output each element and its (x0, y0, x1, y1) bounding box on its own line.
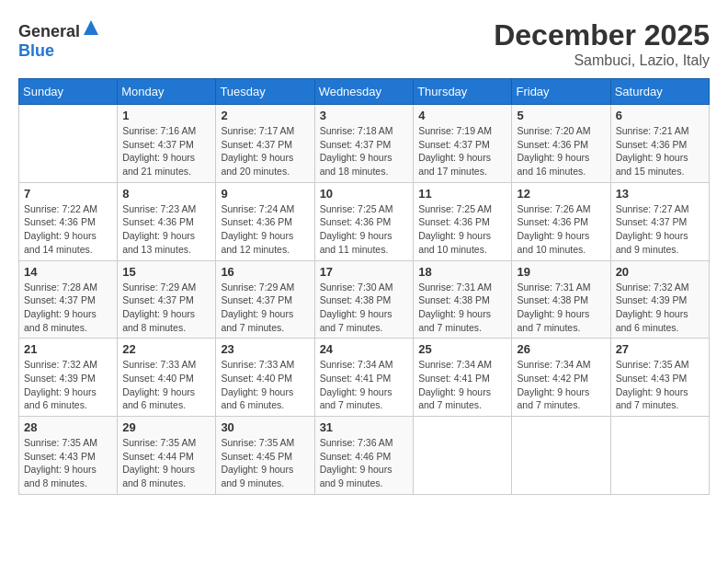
day-number: 20 (616, 265, 704, 279)
calendar-day-cell (19, 105, 118, 183)
day-info: Sunrise: 7:34 AMSunset: 4:41 PMDaylight:… (418, 358, 506, 412)
day-info: Sunrise: 7:25 AMSunset: 4:36 PMDaylight:… (320, 202, 409, 257)
day-number: 12 (517, 187, 605, 201)
day-number: 29 (122, 420, 210, 434)
day-info: Sunrise: 7:33 AMSunset: 4:40 PMDaylight:… (122, 358, 210, 412)
calendar-day-cell: 2Sunrise: 7:17 AMSunset: 4:37 PMDaylight… (216, 105, 314, 183)
day-info: Sunrise: 7:17 AMSunset: 4:37 PMDaylight:… (221, 124, 309, 178)
svg-marker-0 (84, 20, 98, 35)
calendar-header-row: SundayMondayTuesdayWednesdayThursdayFrid… (19, 79, 710, 105)
day-number: 24 (320, 342, 409, 356)
calendar-day-cell: 3Sunrise: 7:18 AMSunset: 4:37 PMDaylight… (314, 105, 414, 183)
day-info: Sunrise: 7:22 AMSunset: 4:36 PMDaylight:… (24, 202, 112, 257)
logo-icon (82, 18, 100, 37)
calendar-day-cell: 4Sunrise: 7:19 AMSunset: 4:37 PMDaylight… (414, 105, 512, 183)
day-info: Sunrise: 7:33 AMSunset: 4:40 PMDaylight:… (221, 358, 309, 412)
calendar-day-cell (414, 417, 512, 495)
day-number: 11 (418, 187, 506, 201)
calendar-day-cell: 18Sunrise: 7:31 AMSunset: 4:38 PMDayligh… (414, 260, 512, 339)
calendar-day-cell: 5Sunrise: 7:20 AMSunset: 4:36 PMDaylight… (512, 105, 610, 183)
logo-blue-text: Blue (18, 41, 54, 60)
day-info: Sunrise: 7:30 AMSunset: 4:38 PMDaylight:… (320, 281, 409, 335)
weekday-header-cell: Thursday (414, 79, 512, 105)
day-info: Sunrise: 7:16 AMSunset: 4:37 PMDaylight:… (122, 124, 210, 178)
calendar-day-cell: 7Sunrise: 7:22 AMSunset: 4:36 PMDaylight… (19, 182, 118, 260)
calendar-day-cell: 30Sunrise: 7:35 AMSunset: 4:45 PMDayligh… (216, 417, 314, 495)
calendar-week-row: 14Sunrise: 7:28 AMSunset: 4:37 PMDayligh… (19, 260, 710, 339)
calendar-day-cell: 28Sunrise: 7:35 AMSunset: 4:43 PMDayligh… (19, 417, 118, 495)
day-info: Sunrise: 7:24 AMSunset: 4:36 PMDaylight:… (221, 202, 309, 257)
calendar-day-cell: 12Sunrise: 7:26 AMSunset: 4:36 PMDayligh… (512, 182, 610, 260)
day-number: 1 (122, 109, 210, 122)
calendar-week-row: 7Sunrise: 7:22 AMSunset: 4:36 PMDaylight… (19, 182, 710, 260)
day-info: Sunrise: 7:32 AMSunset: 4:39 PMDaylight:… (24, 358, 112, 412)
weekday-header-cell: Friday (512, 79, 610, 105)
day-number: 30 (221, 420, 309, 434)
calendar-day-cell: 16Sunrise: 7:29 AMSunset: 4:37 PMDayligh… (216, 260, 314, 339)
day-number: 3 (320, 109, 409, 122)
day-info: Sunrise: 7:32 AMSunset: 4:39 PMDaylight:… (616, 281, 704, 335)
day-number: 17 (320, 265, 409, 279)
day-number: 23 (221, 342, 309, 356)
day-info: Sunrise: 7:35 AMSunset: 4:45 PMDaylight:… (221, 436, 309, 490)
weekday-header-cell: Monday (118, 79, 216, 105)
calendar-day-cell: 19Sunrise: 7:31 AMSunset: 4:38 PMDayligh… (512, 260, 610, 339)
calendar-day-cell: 21Sunrise: 7:32 AMSunset: 4:39 PMDayligh… (19, 339, 118, 417)
day-number: 4 (418, 109, 506, 122)
calendar-day-cell: 1Sunrise: 7:16 AMSunset: 4:37 PMDaylight… (118, 105, 216, 183)
day-info: Sunrise: 7:29 AMSunset: 4:37 PMDaylight:… (122, 281, 210, 335)
day-info: Sunrise: 7:18 AMSunset: 4:37 PMDaylight:… (320, 124, 409, 178)
day-number: 7 (24, 187, 112, 201)
calendar-day-cell: 26Sunrise: 7:34 AMSunset: 4:42 PMDayligh… (512, 339, 610, 417)
day-number: 22 (122, 342, 210, 356)
weekday-header-cell: Saturday (610, 79, 709, 105)
day-info: Sunrise: 7:35 AMSunset: 4:44 PMDaylight:… (122, 436, 210, 490)
calendar-day-cell: 11Sunrise: 7:25 AMSunset: 4:36 PMDayligh… (414, 182, 512, 260)
calendar-day-cell: 24Sunrise: 7:34 AMSunset: 4:41 PMDayligh… (314, 339, 414, 417)
day-info: Sunrise: 7:21 AMSunset: 4:36 PMDaylight:… (616, 124, 704, 178)
day-number: 13 (616, 187, 704, 201)
day-number: 31 (320, 420, 409, 434)
calendar-day-cell: 14Sunrise: 7:28 AMSunset: 4:37 PMDayligh… (19, 260, 118, 339)
day-info: Sunrise: 7:29 AMSunset: 4:37 PMDaylight:… (221, 281, 309, 335)
day-number: 18 (418, 265, 506, 279)
calendar-week-row: 21Sunrise: 7:32 AMSunset: 4:39 PMDayligh… (19, 339, 710, 417)
day-info: Sunrise: 7:36 AMSunset: 4:46 PMDaylight:… (320, 436, 409, 490)
calendar-day-cell (610, 417, 709, 495)
day-info: Sunrise: 7:26 AMSunset: 4:36 PMDaylight:… (517, 202, 605, 257)
day-number: 5 (517, 109, 605, 122)
day-number: 25 (418, 342, 506, 356)
calendar-day-cell: 9Sunrise: 7:24 AMSunset: 4:36 PMDaylight… (216, 182, 314, 260)
month-title: December 2025 (494, 18, 710, 52)
day-info: Sunrise: 7:35 AMSunset: 4:43 PMDaylight:… (24, 436, 112, 490)
day-info: Sunrise: 7:31 AMSunset: 4:38 PMDaylight:… (418, 281, 506, 335)
day-info: Sunrise: 7:35 AMSunset: 4:43 PMDaylight:… (616, 358, 704, 412)
day-number: 8 (122, 187, 210, 201)
day-number: 14 (24, 265, 112, 279)
title-block: December 2025 Sambuci, Lazio, Italy (494, 18, 710, 69)
weekday-header-cell: Tuesday (216, 79, 314, 105)
day-info: Sunrise: 7:34 AMSunset: 4:42 PMDaylight:… (517, 358, 605, 412)
day-info: Sunrise: 7:20 AMSunset: 4:36 PMDaylight:… (517, 124, 605, 178)
calendar-day-cell: 27Sunrise: 7:35 AMSunset: 4:43 PMDayligh… (610, 339, 709, 417)
day-number: 9 (221, 187, 309, 201)
day-number: 26 (517, 342, 605, 356)
day-info: Sunrise: 7:27 AMSunset: 4:37 PMDaylight:… (616, 202, 704, 257)
calendar-day-cell: 22Sunrise: 7:33 AMSunset: 4:40 PMDayligh… (118, 339, 216, 417)
day-number: 15 (122, 265, 210, 279)
calendar-day-cell: 8Sunrise: 7:23 AMSunset: 4:36 PMDaylight… (118, 182, 216, 260)
location-title: Sambuci, Lazio, Italy (494, 52, 710, 69)
calendar-day-cell: 17Sunrise: 7:30 AMSunset: 4:38 PMDayligh… (314, 260, 414, 339)
calendar-day-cell: 10Sunrise: 7:25 AMSunset: 4:36 PMDayligh… (314, 182, 414, 260)
calendar-day-cell: 13Sunrise: 7:27 AMSunset: 4:37 PMDayligh… (610, 182, 709, 260)
day-info: Sunrise: 7:19 AMSunset: 4:37 PMDaylight:… (418, 124, 506, 178)
page-header: General Blue December 2025 Sambuci, Lazi… (18, 18, 710, 69)
day-info: Sunrise: 7:34 AMSunset: 4:41 PMDaylight:… (320, 358, 409, 412)
day-info: Sunrise: 7:23 AMSunset: 4:36 PMDaylight:… (122, 202, 210, 257)
calendar-day-cell: 15Sunrise: 7:29 AMSunset: 4:37 PMDayligh… (118, 260, 216, 339)
calendar-week-row: 1Sunrise: 7:16 AMSunset: 4:37 PMDaylight… (19, 105, 710, 183)
calendar-body: 1Sunrise: 7:16 AMSunset: 4:37 PMDaylight… (19, 105, 710, 495)
calendar-table: SundayMondayTuesdayWednesdayThursdayFrid… (18, 78, 710, 495)
calendar-day-cell: 25Sunrise: 7:34 AMSunset: 4:41 PMDayligh… (414, 339, 512, 417)
day-info: Sunrise: 7:31 AMSunset: 4:38 PMDaylight:… (517, 281, 605, 335)
